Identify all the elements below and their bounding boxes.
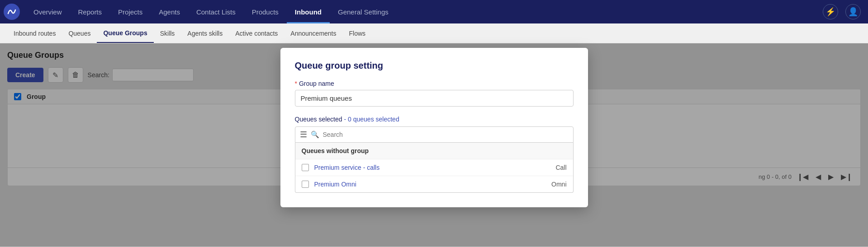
app-logo[interactable] [4, 4, 20, 20]
queue-checkbox-0[interactable] [302, 164, 309, 171]
nav-item-general-settings[interactable]: General Settings [330, 0, 397, 23]
nav-item-agents[interactable]: Agents [151, 0, 188, 23]
nav-item-projects[interactable]: Projects [110, 0, 151, 23]
page-content: Queue Groups Create ✎ 🗑 Search: Group ng… [0, 43, 868, 247]
nav-item-reports[interactable]: Reports [70, 0, 110, 23]
flash-icon-button[interactable]: ⚡ [823, 4, 838, 19]
queue-list: Queues without group Premium service - c… [295, 143, 574, 193]
sub-navigation: Inbound routes Queues Queue Groups Skill… [0, 23, 868, 43]
modal-overlay: Queue group setting *Group name Queues s… [0, 43, 868, 247]
sub-nav-inbound-routes[interactable]: Inbound routes [7, 23, 62, 43]
sub-nav-skills[interactable]: Skills [154, 23, 181, 43]
user-icon: 👤 [848, 7, 858, 17]
nav-item-contact-lists[interactable]: Contact Lists [188, 0, 244, 23]
queues-selected-label: Queues selected - 0 queues selected [295, 116, 574, 123]
queue-search-bar: ☰ 🔍 [295, 126, 574, 143]
filter-icon[interactable]: ☰ [300, 130, 307, 140]
group-name-label: *Group name [295, 80, 574, 87]
sub-nav-announcements[interactable]: Announcements [284, 23, 342, 43]
nav-item-overview[interactable]: Overview [25, 0, 70, 23]
queue-group-header: Queues without group [295, 143, 573, 159]
queue-item-1: Premium Omni Omni [295, 176, 573, 192]
sub-nav-queues[interactable]: Queues [62, 23, 97, 43]
queue-name-0[interactable]: Premium service - calls [314, 164, 534, 171]
sub-nav-active-contacts[interactable]: Active contacts [229, 23, 284, 43]
nav-item-inbound[interactable]: Inbound [287, 0, 330, 23]
nav-item-products[interactable]: Products [244, 0, 287, 23]
queue-name-1[interactable]: Premium Omni [314, 181, 534, 188]
queue-type-0: Call [540, 164, 567, 171]
top-navigation: Overview Reports Projects Agents Contact… [0, 0, 868, 23]
modal-queue-group-setting: Queue group setting *Group name Queues s… [280, 48, 588, 207]
search-icon: 🔍 [311, 130, 319, 139]
sub-nav-agents-skills[interactable]: Agents skills [181, 23, 229, 43]
queue-type-1: Omni [540, 181, 567, 188]
flash-icon: ⚡ [825, 7, 835, 17]
sub-nav-flows[interactable]: Flows [343, 23, 372, 43]
nav-right-icons: ⚡ 👤 [823, 4, 861, 19]
modal-title: Queue group setting [295, 61, 574, 71]
queue-checkbox-1[interactable] [302, 181, 309, 188]
required-indicator: * [295, 80, 297, 87]
sub-nav-queue-groups[interactable]: Queue Groups [97, 23, 153, 43]
queue-search-input[interactable] [323, 131, 569, 138]
user-icon-button[interactable]: 👤 [845, 4, 861, 19]
queues-selected-count: - 0 queues selected [344, 116, 399, 123]
nav-items: Overview Reports Projects Agents Contact… [25, 0, 823, 23]
queue-item-0: Premium service - calls Call [295, 159, 573, 176]
group-name-input[interactable] [295, 90, 574, 107]
